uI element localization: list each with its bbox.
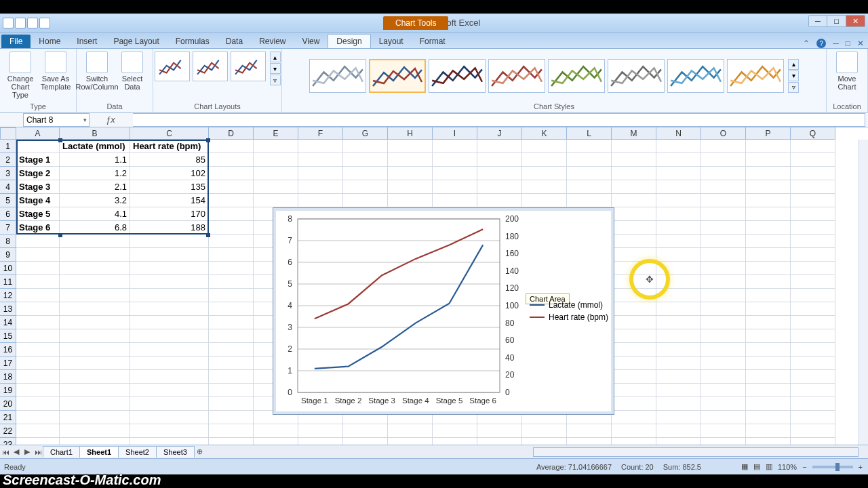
cell-A12[interactable] <box>16 289 60 302</box>
row-header-21[interactable]: 21 <box>0 411 16 424</box>
horizontal-scrollbar[interactable] <box>533 447 859 457</box>
cell-B20[interactable] <box>60 397 130 411</box>
row-header-3[interactable]: 3 <box>0 167 16 180</box>
row-header-18[interactable]: 18 <box>0 370 16 384</box>
cell-A6[interactable]: Stage 5 <box>16 207 60 221</box>
cell-C12[interactable] <box>130 289 209 302</box>
cell-P21[interactable] <box>746 411 791 424</box>
cell-N6[interactable] <box>656 207 701 221</box>
cell-P17[interactable] <box>746 357 791 370</box>
view-normal-icon[interactable]: ▦ <box>741 462 748 471</box>
cell-N20[interactable] <box>656 397 701 411</box>
cell-J5[interactable] <box>477 194 522 207</box>
cell-A10[interactable] <box>16 262 60 275</box>
row-header-2[interactable]: 2 <box>0 153 16 167</box>
cell-D8[interactable] <box>209 235 254 248</box>
cell-D21[interactable] <box>209 411 254 424</box>
cell-M21[interactable] <box>612 411 656 424</box>
cell-D7[interactable] <box>209 221 254 235</box>
cell-D11[interactable] <box>209 275 254 289</box>
cell-A4[interactable]: Stage 3 <box>16 180 60 194</box>
column-header-D[interactable]: D <box>209 127 254 140</box>
cell-C22[interactable] <box>130 424 209 438</box>
cell-C8[interactable] <box>130 235 209 248</box>
cell-E3[interactable] <box>254 167 298 180</box>
cell-P9[interactable] <box>746 248 791 262</box>
sheet-nav-first[interactable]: ⏮ <box>0 447 11 458</box>
cell-F5[interactable] <box>298 194 343 207</box>
cell-C1[interactable]: Heart rate (bpm) <box>130 140 209 153</box>
column-header-C[interactable]: C <box>130 127 209 140</box>
cell-O13[interactable] <box>701 302 746 316</box>
cell-M8[interactable] <box>612 235 656 248</box>
cell-I5[interactable] <box>433 194 477 207</box>
cell-Q1[interactable] <box>791 140 835 153</box>
cell-P4[interactable] <box>746 180 791 194</box>
cell-C10[interactable] <box>130 262 209 275</box>
cell-N21[interactable] <box>656 411 701 424</box>
cell-A1[interactable] <box>16 140 60 153</box>
cell-I4[interactable] <box>433 180 477 194</box>
row-header-13[interactable]: 13 <box>0 302 16 316</box>
cell-D2[interactable] <box>209 153 254 167</box>
cell-O9[interactable] <box>701 248 746 262</box>
new-sheet-button[interactable]: ⊕ <box>195 447 205 458</box>
column-headers[interactable]: ABCDEFGHIJKLMNOPQ <box>16 127 859 140</box>
cell-Q2[interactable] <box>791 153 835 167</box>
cell-I2[interactable] <box>433 153 477 167</box>
chart-legend[interactable]: Lactate (mmol) Heart rate (bpm) <box>530 298 608 325</box>
tab-formulas[interactable]: Formulas <box>167 35 218 48</box>
cell-Q7[interactable] <box>791 221 835 235</box>
tab-home[interactable]: Home <box>31 35 68 48</box>
workbook-close-icon[interactable]: ✕ <box>857 39 864 48</box>
cell-C20[interactable] <box>130 397 209 411</box>
cell-Q12[interactable] <box>791 289 835 302</box>
column-header-N[interactable]: N <box>656 127 701 140</box>
row-header-1[interactable]: 1 <box>0 140 16 153</box>
cell-B15[interactable] <box>60 329 130 343</box>
cell-A21[interactable] <box>16 411 60 424</box>
fx-icon[interactable]: ƒx <box>106 115 115 125</box>
cell-P15[interactable] <box>746 329 791 343</box>
cell-A2[interactable]: Stage 1 <box>16 153 60 167</box>
chart-layout-thumb-1[interactable] <box>155 52 190 81</box>
column-header-F[interactable]: F <box>298 127 343 140</box>
cell-M20[interactable] <box>612 397 656 411</box>
sheet-tab-sheet2[interactable]: Sheet2 <box>118 446 157 458</box>
cell-A14[interactable] <box>16 316 60 329</box>
column-header-K[interactable]: K <box>522 127 567 140</box>
cell-B16[interactable] <box>60 343 130 357</box>
cell-L4[interactable] <box>567 180 612 194</box>
cell-Q20[interactable] <box>791 397 835 411</box>
cell-O6[interactable] <box>701 207 746 221</box>
cell-M16[interactable] <box>612 343 656 357</box>
tab-layout[interactable]: Layout <box>371 35 412 48</box>
cell-A3[interactable]: Stage 2 <box>16 167 60 180</box>
cell-B12[interactable] <box>60 289 130 302</box>
cell-O2[interactable] <box>701 153 746 167</box>
cell-Q3[interactable] <box>791 167 835 180</box>
cell-P22[interactable] <box>746 424 791 438</box>
cell-F1[interactable] <box>298 140 343 153</box>
cell-E1[interactable] <box>254 140 298 153</box>
cell-B9[interactable] <box>60 248 130 262</box>
cell-O4[interactable] <box>701 180 746 194</box>
cell-P16[interactable] <box>746 343 791 357</box>
cell-H2[interactable] <box>388 153 433 167</box>
cell-P2[interactable] <box>746 153 791 167</box>
move-chart-button[interactable]: Move Chart <box>831 52 863 91</box>
workbook-minimize-icon[interactable]: ─ <box>833 39 839 48</box>
change-chart-type-button[interactable]: Change Chart Type <box>4 52 37 99</box>
cell-N17[interactable] <box>656 357 701 370</box>
column-header-I[interactable]: I <box>433 127 477 140</box>
cell-K5[interactable] <box>522 194 567 207</box>
cell-C16[interactable] <box>130 343 209 357</box>
cell-M6[interactable] <box>612 207 656 221</box>
cell-O19[interactable] <box>701 384 746 397</box>
chart-layout-thumb-2[interactable] <box>193 52 228 81</box>
cell-Q14[interactable] <box>791 316 835 329</box>
row-header-16[interactable]: 16 <box>0 343 16 357</box>
cell-B5[interactable]: 3.2 <box>60 194 130 207</box>
cell-Q22[interactable] <box>791 424 835 438</box>
cell-A11[interactable] <box>16 275 60 289</box>
